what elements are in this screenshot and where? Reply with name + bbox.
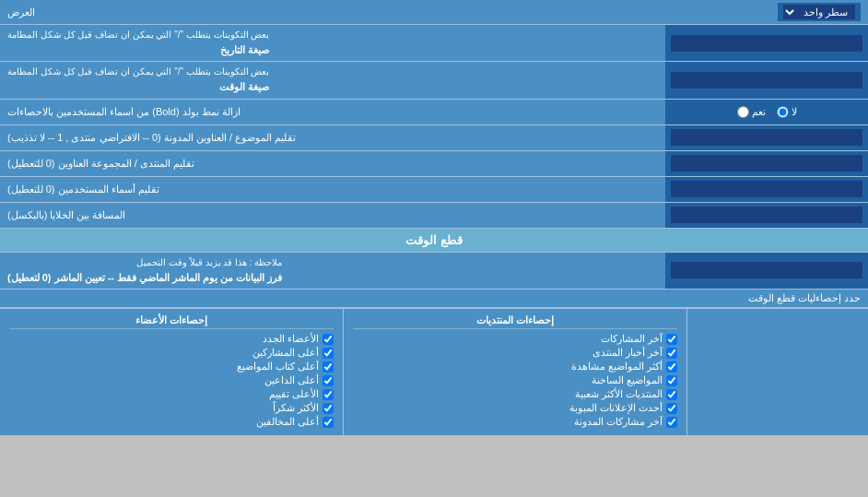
forum-order-input[interactable]: 33 [671,155,862,172]
header-row: سطر واحد سطرين ثلاثة أسطر العرض [0,0,868,25]
stats-item-most-thanks: الأكثر شكراً [9,402,334,414]
stats-item-classifieds: أحدث الإعلانات المبوبة [353,402,677,414]
realtime-section-header: قطع الوقت [0,229,868,253]
main-container: سطر واحد سطرين ثلاثة أسطر العرض d-m بعض … [0,0,868,435]
date-format-input[interactable]: d-m [671,35,862,52]
stats-item-blog: آخر مشاركات المدونة [353,416,677,428]
checkbox-top-posters[interactable] [323,348,334,359]
checkbox-hot[interactable] [666,375,677,386]
header-label: العرض [7,6,35,18]
stats-col-empty [686,309,868,435]
usernames-trim-input[interactable]: 0 [671,181,862,197]
radio-yes-label[interactable]: نعم [737,106,766,118]
usernames-trim-input-area[interactable]: 0 [665,177,868,202]
bold-radio-area[interactable]: لا نعم [665,100,868,124]
realtime-row: 0 ملاحظة : هذا قد يزيد قبلاً وقت التحميل… [0,253,868,290]
topic-order-row: 33 تقليم الموضوع / العناوين المدونة (0 -… [0,125,868,151]
stats-section: إحصاءات المنتديات آخر المشاركات آخر أخبا… [0,308,868,435]
date-format-label: بعض التكوينات يتطلب "/" التي يمكن ان تضا… [0,25,665,61]
stats-item-new-members: الأعضاء الجدد [9,333,334,345]
stats-item-posts: آخر المشاركات [353,333,677,345]
time-format-input-area[interactable]: H:i [665,62,868,98]
realtime-label: ملاحظة : هذا قد يزيد قبلاً وقت التحميل ف… [0,253,665,289]
stats-item-top-inviters: أعلى الداعين [9,374,334,386]
date-format-input-area[interactable]: d-m [665,25,868,61]
stats-forums-title: إحصاءات المنتديات [353,314,677,329]
checkbox-blog[interactable] [666,417,677,428]
cell-spacing-row: 2 المسافة بين الخلايا (بالبكسل) [0,203,868,229]
checkbox-popular[interactable] [666,389,677,400]
time-format-row: H:i بعض التكوينات يتطلب "/" التي يمكن ان… [0,62,868,99]
checkbox-new-members[interactable] [323,334,334,345]
forum-order-label: تقليم المنتدى / المجموعة العناوين (0 للت… [0,151,665,176]
bold-remove-label: ازالة نمط بولد (Bold) من اسماء المستخدمي… [0,100,665,124]
topic-order-label: تقليم الموضوع / العناوين المدونة (0 -- ا… [0,125,665,150]
checkbox-news[interactable] [666,348,677,359]
realtime-input[interactable]: 0 [671,262,862,278]
stats-item-top-violators: أعلى المخالفين [9,416,334,428]
stats-item-top-posters: أعلى المشاركين [9,347,334,359]
checkbox-classifieds[interactable] [666,403,677,414]
dropdown-area[interactable]: سطر واحد سطرين ثلاثة أسطر [778,3,861,21]
checkbox-top-inviters[interactable] [323,375,334,386]
cell-spacing-input[interactable]: 2 [671,207,862,223]
usernames-trim-row: 0 تقليم أسماء المستخدمين (0 للتعطيل) [0,177,868,203]
realtime-input-area[interactable]: 0 [665,253,868,289]
forum-order-row: 33 تقليم المنتدى / المجموعة العناوين (0 … [0,151,868,177]
stats-item-top-rated: الأعلى تقييم [9,388,334,400]
display-select[interactable]: سطر واحد سطرين ثلاثة أسطر [783,5,855,19]
radio-no-label[interactable]: لا [777,106,797,118]
stats-col-forums: إحصاءات المنتديات آخر المشاركات آخر أخبا… [343,309,686,435]
checkbox-top-writers[interactable] [323,361,334,373]
stats-item-top-writers: أعلى كتاب المواضيع [9,361,334,373]
stats-members-title: إحصاءات الأعضاء [9,314,334,329]
limit-row: حدد إحصاءليات قطع الوقت [0,290,868,308]
stats-col-members: إحصاءات الأعضاء الأعضاء الجدد أعلى المشا… [0,309,343,435]
checkbox-most-viewed[interactable] [666,361,677,373]
checkbox-top-rated[interactable] [323,389,334,400]
topic-order-input-area[interactable]: 33 [665,125,868,150]
checkbox-posts[interactable] [666,334,677,345]
radio-no[interactable] [777,106,789,118]
date-format-row: d-m بعض التكوينات يتطلب "/" التي يمكن ان… [0,25,868,62]
checkbox-most-thanks[interactable] [323,403,334,414]
cell-spacing-input-area[interactable]: 2 [665,203,868,228]
time-format-input[interactable]: H:i [671,72,862,89]
topic-order-input[interactable]: 33 [671,129,862,146]
forum-order-input-area[interactable]: 33 [665,151,868,176]
time-format-label: بعض التكوينات يتطلب "/" التي يمكن ان تضا… [0,62,665,98]
cell-spacing-label: المسافة بين الخلايا (بالبكسل) [0,203,665,228]
stats-item-popular: المنتديات الأكثر شعبية [353,388,677,400]
checkbox-top-violators[interactable] [323,417,334,428]
radio-yes[interactable] [737,106,749,118]
bold-remove-row: لا نعم ازالة نمط بولد (Bold) من اسماء ال… [0,100,868,125]
stats-item-most-viewed: أكثر المواضيع مشاهدة [353,361,677,373]
stats-item-news: آخر أخبار المنتدى [353,347,677,359]
usernames-trim-label: تقليم أسماء المستخدمين (0 للتعطيل) [0,177,665,202]
stats-item-hot: المواضيع الساخنة [353,374,677,386]
